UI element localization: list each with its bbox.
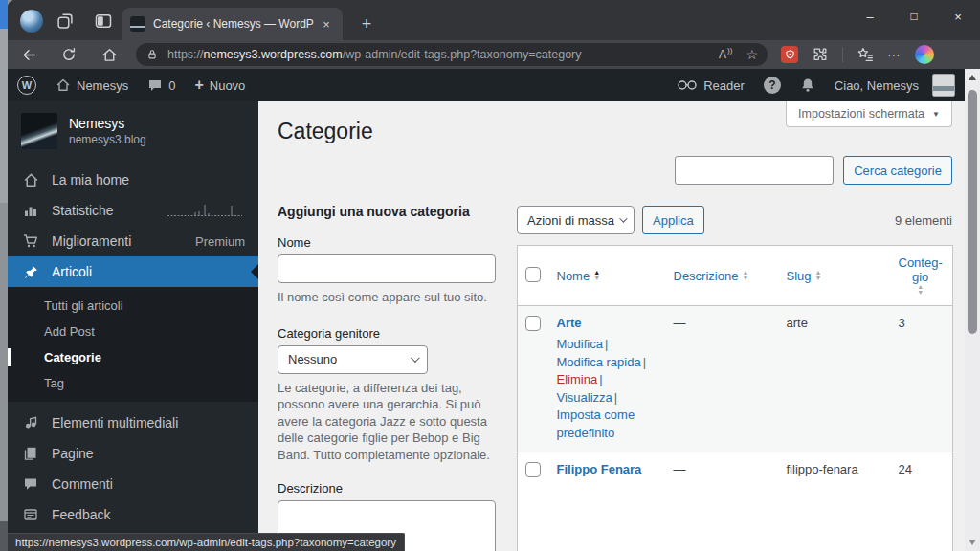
sidebar-site-card[interactable]: Nemesys nemesys3.blog <box>8 101 258 161</box>
extensions-puzzle-icon[interactable] <box>812 46 829 63</box>
sidebar-site-domain: nemesys3.blog <box>69 132 146 147</box>
category-name-link[interactable]: Filippo Fenara <box>557 462 642 476</box>
sort-by-name[interactable]: Nome ▲▼ <box>557 269 601 283</box>
extension-shield-icon[interactable] <box>781 46 798 63</box>
submenu-item-all-posts[interactable]: Tutti gli articoli <box>8 293 258 319</box>
help-button[interactable]: ? <box>754 69 791 101</box>
new-content-label: Nuovo <box>210 78 246 93</box>
comments-link[interactable]: 0 <box>138 69 185 101</box>
chevron-down-icon <box>411 353 420 363</box>
bulk-actions-row: Azioni di massa Applica 9 elementi <box>517 206 952 234</box>
copilot-icon[interactable] <box>915 45 934 64</box>
sort-by-description[interactable]: Descrizione ▲▼ <box>674 269 749 283</box>
tab-close-icon[interactable]: × <box>318 15 335 33</box>
sidebar-item-feedback[interactable]: Feedback <box>8 499 258 530</box>
stats-sparkline <box>167 204 245 217</box>
minimize-button[interactable]: – <box>848 0 892 33</box>
page-scrollbar[interactable] <box>965 69 980 551</box>
parent-category-label: Categoria genitore <box>278 326 496 341</box>
category-name-link[interactable]: Arte <box>557 316 582 330</box>
sidebar-item-label: Miglioramenti <box>52 233 184 249</box>
category-count-link[interactable]: 24 <box>899 462 912 476</box>
background-window-edge-mid <box>0 203 8 521</box>
select-row-checkbox[interactable] <box>525 462 541 477</box>
new-tab-button[interactable]: + <box>354 11 379 36</box>
categories-list: Azioni di massa Applica 9 elementi <box>517 206 952 551</box>
submenu-item-categories[interactable]: Categorie <box>8 344 258 370</box>
wordpress-logo-icon: W <box>17 76 36 95</box>
sidebar-item-comments[interactable]: Commenti <box>8 469 258 499</box>
sidebar-item-pages[interactable]: Pagine <box>8 438 258 469</box>
category-description: — <box>666 306 779 452</box>
edit-action[interactable]: Modifica <box>557 337 603 351</box>
settings-menu-icon[interactable]: ⋯ <box>887 47 902 62</box>
comments-count: 0 <box>168 78 175 93</box>
split-screen-icon[interactable] <box>91 9 116 33</box>
search-categories-button[interactable]: Cerca categorie <box>843 156 952 185</box>
pushpin-icon <box>21 265 40 279</box>
workspaces-icon[interactable] <box>53 9 78 33</box>
toolbar-extensions: ⋯ <box>781 45 934 64</box>
search-input[interactable] <box>675 156 834 185</box>
table-header-row: Nome ▲▼ Descrizione ▲▼ <box>518 246 953 306</box>
close-button[interactable]: × <box>936 0 980 33</box>
status-bar-url: https://nemesys3.wordpress.com/wp-admin/… <box>8 533 405 551</box>
home-icon[interactable] <box>96 42 122 67</box>
description-label: Descrizione <box>278 481 496 496</box>
category-count-link[interactable]: 3 <box>899 316 905 330</box>
feedback-icon <box>21 507 40 522</box>
wp-admin-bar: W Nemesys 0 + Nuovo <box>8 69 965 101</box>
new-content-link[interactable]: + Nuovo <box>185 69 255 101</box>
profile-avatar <box>20 10 43 33</box>
read-aloud-icon[interactable]: A)) <box>719 48 732 61</box>
background-window-edge-dark <box>0 521 8 551</box>
back-icon[interactable] <box>15 42 42 67</box>
scroll-up-icon[interactable] <box>965 71 980 84</box>
screen: Categorie ‹ Nemesys — WordPres × + – □ × <box>0 0 980 551</box>
posts-submenu: Tutti gli articoli Add Post Categorie Ta… <box>8 287 258 402</box>
address-bar[interactable]: https://nemesys3.wordpress.com/wp-admin/… <box>136 43 768 66</box>
set-default-action[interactable]: Imposta come predefinito <box>557 408 635 440</box>
scroll-down-icon[interactable] <box>965 536 980 549</box>
sidebar-item-my-home[interactable]: La mia home <box>8 165 258 195</box>
parent-category-value: Nessuno <box>288 352 337 366</box>
comments-bubble-icon <box>147 77 163 93</box>
sidebar-item-posts[interactable]: Articoli <box>8 256 258 287</box>
select-all-checkbox[interactable] <box>525 267 541 282</box>
favorite-star-icon[interactable]: ☆ <box>746 47 758 62</box>
bulk-actions-select[interactable]: Azioni di massa <box>517 206 635 234</box>
admin-bar-right: Reader ? Ciao, Nemesys <box>667 69 965 101</box>
view-action[interactable]: Visualizza <box>557 390 612 405</box>
apply-button[interactable]: Applica <box>642 206 704 234</box>
favorites-hub-icon[interactable] <box>857 46 874 63</box>
user-avatar <box>932 74 955 97</box>
wp-logo-menu[interactable]: W <box>8 69 46 101</box>
page-viewport: W Nemesys 0 + Nuovo <box>8 69 980 551</box>
scrollbar-thumb[interactable] <box>968 90 977 334</box>
reader-link[interactable]: Reader <box>667 69 754 101</box>
delete-action[interactable]: Elimina <box>557 372 598 386</box>
sidebar-item-label: La mia home <box>52 172 245 187</box>
sidebar-item-stats[interactable]: Statistiche <box>8 195 258 226</box>
select-row-checkbox[interactable] <box>525 316 541 331</box>
toolbar-separator <box>842 47 843 62</box>
browser-profile-button[interactable] <box>19 9 44 33</box>
screen-options-button[interactable]: Impostazioni schermata ▼ <box>786 101 952 127</box>
category-name-input[interactable] <box>278 254 496 283</box>
refresh-icon[interactable] <box>56 42 82 67</box>
notifications-button[interactable] <box>791 69 825 101</box>
sidebar-item-upgrades[interactable]: Miglioramenti Premium <box>8 226 258 256</box>
window-controls: – □ × <box>848 0 980 33</box>
submenu-item-tags[interactable]: Tag <box>8 370 258 396</box>
cart-icon <box>21 233 40 249</box>
sort-by-count[interactable]: Conteg- gio ▲▼ <box>899 255 943 296</box>
parent-category-select[interactable]: Nessuno <box>278 345 428 374</box>
quick-edit-action[interactable]: Modifica rapida <box>557 355 641 369</box>
maximize-button[interactable]: □ <box>892 0 936 33</box>
browser-tab[interactable]: Categorie ‹ Nemesys — WordPres × <box>122 8 343 40</box>
account-menu[interactable]: Ciao, Nemesys <box>825 69 955 101</box>
sidebar-item-media[interactable]: Elementi multimediali <box>8 408 258 438</box>
site-link[interactable]: Nemesys <box>46 69 138 101</box>
submenu-item-add-post[interactable]: Add Post <box>8 319 258 344</box>
sort-by-slug[interactable]: Slug ▲▼ <box>787 269 822 283</box>
